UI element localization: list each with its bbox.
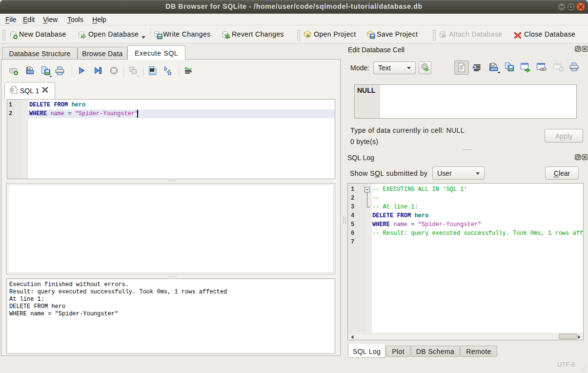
svg-text:b: b <box>164 66 167 72</box>
